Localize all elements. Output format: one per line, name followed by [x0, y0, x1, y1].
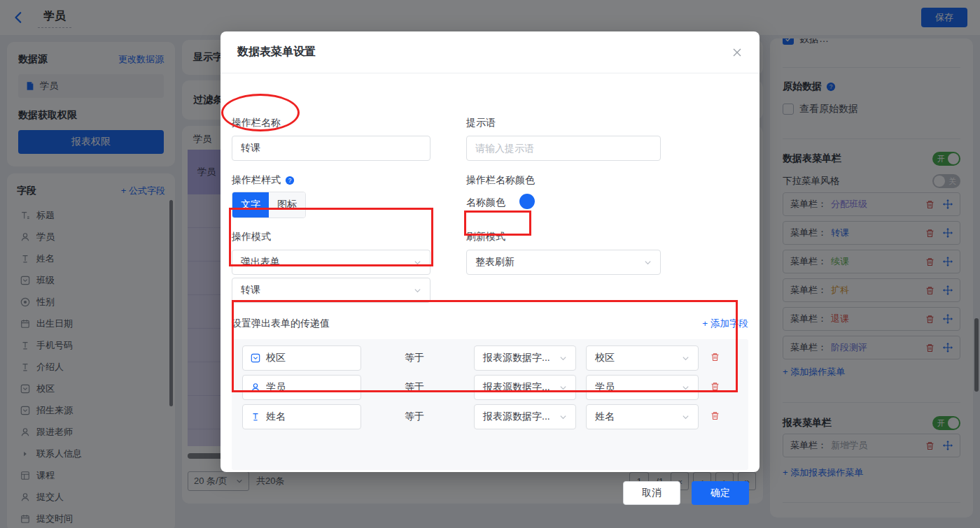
action-name-input[interactable] [232, 136, 430, 161]
chevron-down-icon [682, 413, 690, 421]
transfer-row: 学员等于报表源数据字...学员 [232, 375, 748, 400]
add-field-link[interactable]: + 添加字段 [702, 317, 748, 330]
style-option-text[interactable]: 文字 [232, 192, 269, 217]
transfer-row: 姓名等于报表源数据字...姓名 [232, 404, 748, 429]
transfer-source-select[interactable]: 报表源数据字... [474, 375, 576, 400]
transfer-label: 设置弹出表单的传递值 [232, 317, 330, 330]
transfer-target-select[interactable]: 校区 [586, 345, 699, 371]
chevron-down-icon [682, 384, 690, 392]
transfer-source-select[interactable]: 报表源数据字... [474, 404, 576, 429]
mode-form-select[interactable]: 转课 [232, 278, 430, 303]
transfer-field-name: 姓名 [266, 411, 286, 423]
svg-text:?: ? [288, 177, 292, 184]
equals-label: 等于 [405, 352, 424, 364]
transfer-target-select[interactable]: 学员 [586, 375, 699, 400]
style-option-icon[interactable]: 图标 [269, 192, 305, 217]
transfer-source-value: 报表源数据字... [483, 411, 550, 423]
transfer-source-value: 报表源数据字... [483, 352, 550, 364]
tip-input[interactable] [466, 136, 661, 161]
mode-select-value: 弹出表单 [241, 256, 280, 269]
select-field-icon [250, 353, 260, 363]
transfer-field-name: 学员 [266, 381, 286, 394]
refresh-select-value: 整表刷新 [475, 256, 514, 269]
mode-form-select-value: 转课 [241, 284, 260, 297]
chevron-down-icon [559, 384, 567, 392]
transfer-values-panel: 校区等于报表源数据字...校区学员等于报表源数据字...学员姓名等于报表源数据字… [232, 339, 748, 470]
transfer-source-select[interactable]: 报表源数据字... [474, 345, 576, 371]
text-field-icon [250, 412, 260, 422]
equals-label: 等于 [405, 411, 424, 423]
transfer-source-value: 报表源数据字... [483, 381, 550, 394]
transfer-target-select[interactable]: 姓名 [586, 404, 699, 429]
trash-icon[interactable] [710, 382, 720, 391]
style-label: 操作栏样式 ? [232, 174, 295, 187]
question-icon[interactable]: ? [285, 176, 295, 185]
trash-icon[interactable] [710, 352, 720, 362]
confirm-button[interactable]: 确定 [692, 481, 749, 505]
style-segmented-control: 文字 图标 [232, 192, 306, 218]
mode-label: 操作模式 [232, 231, 271, 243]
tip-label: 提示语 [466, 117, 496, 129]
mode-select[interactable]: 弹出表单 [232, 250, 430, 275]
close-icon[interactable] [732, 47, 743, 58]
transfer-field-box[interactable]: 学员 [242, 375, 361, 400]
color-label: 操作栏名称颜色 [466, 174, 535, 187]
table-menu-settings-modal: 数据表菜单设置 操作栏名称 提示语 操作栏样式 ? 文字 图标 操作栏名称颜色 … [220, 31, 760, 472]
chevron-down-icon [414, 287, 421, 294]
chevron-down-icon [682, 355, 690, 362]
transfer-target-value: 学员 [595, 381, 615, 394]
transfer-target-value: 姓名 [595, 411, 615, 423]
trash-icon[interactable] [710, 411, 720, 420]
transfer-target-value: 校区 [595, 352, 615, 364]
equals-label: 等于 [405, 381, 424, 394]
chevron-down-icon [414, 259, 421, 266]
member-field-icon [250, 383, 260, 392]
refresh-select[interactable]: 整表刷新 [466, 250, 661, 275]
color-name-label: 名称颜色 [466, 197, 505, 209]
chevron-down-icon [559, 355, 567, 362]
transfer-field-box[interactable]: 姓名 [242, 404, 361, 429]
chevron-down-icon [559, 413, 567, 421]
transfer-field-name: 校区 [266, 352, 286, 364]
chevron-down-icon [644, 259, 652, 266]
name-color-swatch[interactable] [519, 194, 535, 209]
transfer-field-box[interactable]: 校区 [242, 345, 361, 371]
action-name-label: 操作栏名称 [232, 117, 281, 129]
transfer-row: 校区等于报表源数据字...校区 [232, 345, 748, 371]
refresh-label: 刷新模式 [466, 231, 505, 243]
modal-title: 数据表菜单设置 [237, 45, 316, 59]
cancel-button[interactable]: 取消 [623, 481, 680, 505]
